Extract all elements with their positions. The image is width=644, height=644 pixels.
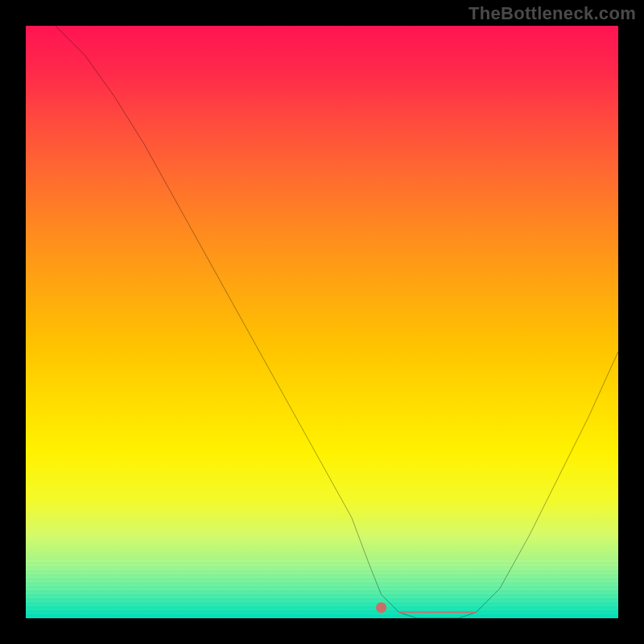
bottleneck-curve-line (56, 26, 618, 618)
plot-area (26, 26, 618, 618)
chart-svg (26, 26, 618, 618)
highlight-cap-left (376, 602, 386, 613)
chart-frame: TheBottleneck.com (0, 0, 644, 644)
watermark-text: TheBottleneck.com (469, 3, 636, 24)
